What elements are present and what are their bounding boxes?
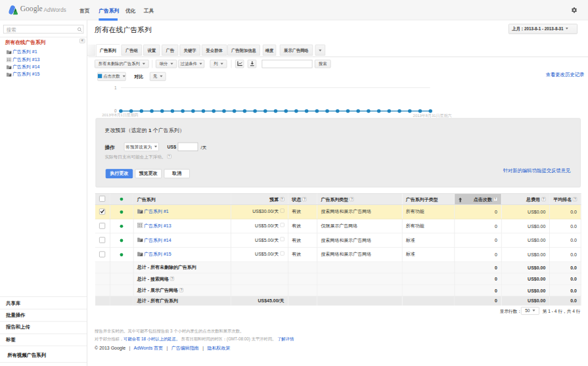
svg-text:2013年8月1日星期四: 2013年8月1日星期四 [102, 113, 138, 118]
svg-text:1: 1 [114, 85, 117, 90]
svg-text:2013年8月31日星期六: 2013年8月31日星期六 [413, 114, 452, 118]
